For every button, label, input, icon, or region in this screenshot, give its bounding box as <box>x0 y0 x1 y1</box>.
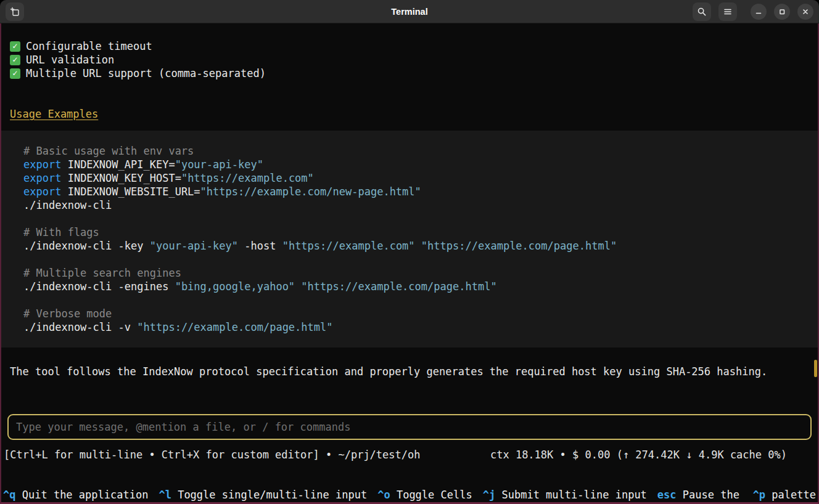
code-token: INDEXNOW_API_KEY= <box>61 158 175 171</box>
shortcut-key: esc <box>657 489 677 501</box>
shortcut-desc: Toggle Cells <box>390 489 472 501</box>
checklist-item-label: Multiple URL support (comma-separated) <box>26 67 266 80</box>
code-line: ./indexnow-cli -key "your-api-key" -host… <box>10 239 809 253</box>
check-icon: ✓ <box>10 68 20 79</box>
shortcut-desc: Pause the <box>677 489 739 501</box>
message-input[interactable] <box>16 421 803 433</box>
shortcut-key: ^p <box>753 489 765 501</box>
menu-button[interactable] <box>718 2 737 21</box>
code-token: export <box>23 172 61 184</box>
code-token: INDEXNOW_KEY_HOST= <box>61 172 181 184</box>
help-item: ^p palette <box>753 488 816 502</box>
check-icon: ✓ <box>10 41 20 52</box>
code-line: # Verbose mode <box>10 307 809 320</box>
terminal-window: Terminal <box>0 0 819 504</box>
code-line <box>10 253 809 266</box>
code-token: # Verbose mode <box>23 307 112 320</box>
code-line: # Basic usage with env vars <box>10 144 809 158</box>
code-token: # Basic usage with env vars <box>23 145 194 157</box>
code-token: export <box>23 158 61 171</box>
code-token: "https://example.com" <box>181 172 314 184</box>
code-token: "https://example.com/page.html" <box>137 321 332 333</box>
usage-examples-heading: Usage Examples <box>10 107 809 121</box>
message-input-box[interactable] <box>7 414 812 440</box>
shortcut-key: ^j <box>483 489 495 501</box>
search-button[interactable] <box>693 2 711 21</box>
code-line: export INDEXNOW_API_KEY="your-api-key" <box>10 158 809 171</box>
shortcut-key: ^q <box>3 489 15 501</box>
help-item: ^j Submit multi-line input <box>483 488 647 502</box>
code-token: "https://example.com/page.html" <box>301 280 496 293</box>
code-token: "https://example.com/page.html" <box>421 240 617 252</box>
code-line: # With flags <box>10 226 809 239</box>
status-left: [Ctrl+L for multi-line • Ctrl+X for cust… <box>4 448 421 461</box>
shortcut-desc: Quit the application <box>15 489 148 501</box>
maximize-button[interactable] <box>774 4 790 20</box>
code-token: "bing,google,yahoo" <box>175 280 295 293</box>
code-token: ./indexnow-cli -v <box>23 321 137 333</box>
titlebar-controls <box>693 2 813 21</box>
hamburger-menu-icon <box>723 7 733 17</box>
summary-paragraph: The tool follows the IndexNow protocol s… <box>10 365 809 378</box>
status-right: ctx 18.18K • $ 0.00 (↑ 274.42K ↓ 4.9K ca… <box>490 448 787 461</box>
code-token: ./indexnow-cli -key <box>23 240 150 252</box>
feature-checklist: ✓Configurable timeout✓URL validation✓Mul… <box>10 39 809 80</box>
code-token: "https://example.com/new-page.html" <box>200 185 421 198</box>
code-block: # Basic usage with env varsexport INDEXN… <box>1 131 818 348</box>
code-token: "https://example.com" <box>282 240 415 252</box>
code-token: -host <box>238 240 282 252</box>
new-tab-icon <box>10 7 20 17</box>
help-item: ^q Quit the application <box>3 488 148 502</box>
code-token: # With flags <box>23 226 99 238</box>
code-line: export INDEXNOW_KEY_HOST="https://exampl… <box>10 171 809 185</box>
help-item: esc Pause the <box>657 488 739 502</box>
new-tab-button[interactable] <box>6 2 24 21</box>
shortcut-key: ^l <box>158 489 171 501</box>
scrollbar-thumb[interactable] <box>814 360 817 377</box>
code-token: ./indexnow-cli <box>23 199 112 211</box>
titlebar: Terminal <box>0 0 819 23</box>
code-token <box>295 280 301 293</box>
code-token: INDEXNOW_WEBSITE_URL= <box>61 185 200 198</box>
help-item: ^l Toggle single/multi-line input <box>158 488 367 502</box>
shortcut-desc: Submit multi-line input <box>495 489 647 501</box>
code-token: ./indexnow-cli -engines <box>23 280 175 293</box>
checklist-item-label: URL validation <box>26 53 114 67</box>
code-token: export <box>23 185 61 198</box>
checklist-item-label: Configurable timeout <box>26 39 152 53</box>
help-item: ^o Toggle Cells <box>377 488 472 502</box>
close-icon <box>801 7 810 16</box>
search-icon <box>697 7 707 17</box>
check-icon: ✓ <box>10 55 20 65</box>
code-line: ./indexnow-cli -engines "bing,google,yah… <box>10 280 809 293</box>
code-line: ./indexnow-cli -v "https://example.com/p… <box>10 320 809 334</box>
code-line: ./indexnow-cli <box>10 198 809 212</box>
code-line <box>10 293 809 307</box>
terminal-body[interactable]: ✓Configurable timeout✓URL validation✓Mul… <box>0 23 819 504</box>
checklist-item: ✓Configurable timeout <box>10 39 809 53</box>
shortcut-key: ^o <box>377 489 390 501</box>
close-button[interactable] <box>797 4 813 20</box>
code-token: "your-api-key" <box>150 240 238 252</box>
shortcut-desc: Toggle single/multi-line input <box>171 489 367 501</box>
checklist-item: ✓Multiple URL support (comma-separated) <box>10 67 809 80</box>
code-token: # Multiple search engines <box>23 267 181 279</box>
code-token <box>415 240 421 252</box>
shortcut-desc: palette <box>765 489 816 501</box>
terminal-output: ✓Configurable timeout✓URL validation✓Mul… <box>1 23 818 378</box>
status-bar: [Ctrl+L for multi-line • Ctrl+X for cust… <box>1 448 818 461</box>
minimize-icon <box>754 7 763 16</box>
help-bar: ^q Quit the application^l Toggle single/… <box>1 488 818 502</box>
code-line: export INDEXNOW_WEBSITE_URL="https://exa… <box>10 185 809 198</box>
minimize-button[interactable] <box>751 4 767 20</box>
maximize-icon <box>778 7 786 16</box>
code-token: "your-api-key" <box>175 158 263 171</box>
checklist-item: ✓URL validation <box>10 53 809 67</box>
code-line <box>10 212 809 226</box>
code-line: # Multiple search engines <box>10 266 809 280</box>
